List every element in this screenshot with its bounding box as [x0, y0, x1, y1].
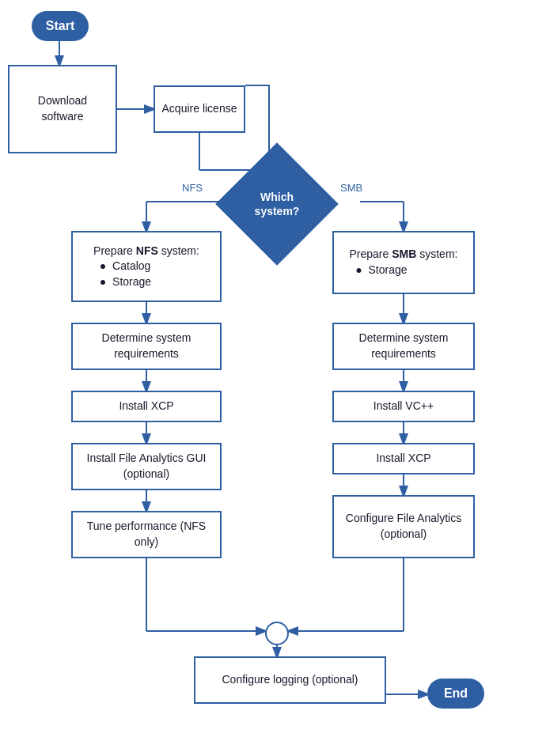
start-node: Start	[32, 11, 89, 41]
acquire-node: Acquire license	[154, 85, 245, 133]
prepare-nfs-node: Prepare NFS system: ● Catalog ● Storage	[71, 231, 222, 302]
install-fa-gui-node: Install File Analytics GUI (optional)	[71, 443, 222, 490]
config-fa-node: Configure File Analytics (optional)	[332, 495, 475, 558]
which-system-label: Whichsystem?	[255, 190, 300, 218]
smb-label: SMB	[340, 182, 362, 194]
req-smb-node: Determine system requirements	[332, 323, 475, 370]
merge-circle	[265, 622, 289, 645]
end-node: End	[427, 679, 484, 709]
config-logging-node: Configure logging (optional)	[194, 656, 386, 704]
nfs-label: NFS	[182, 182, 203, 194]
install-xcp-smb-node: Install XCP	[332, 443, 475, 474]
req-nfs-node: Determine system requirements	[71, 323, 222, 370]
prepare-smb-node: Prepare SMB system: ● Storage	[332, 231, 475, 294]
download-node: Download software	[8, 65, 117, 153]
tune-node: Tune performance (NFS only)	[71, 511, 222, 558]
install-vc-node: Install VC++	[332, 391, 475, 422]
which-system-node: Whichsystem?	[229, 157, 324, 251]
flowchart: Start Download software Acquire license …	[0, 0, 546, 756]
install-xcp-nfs-node: Install XCP	[71, 391, 222, 422]
